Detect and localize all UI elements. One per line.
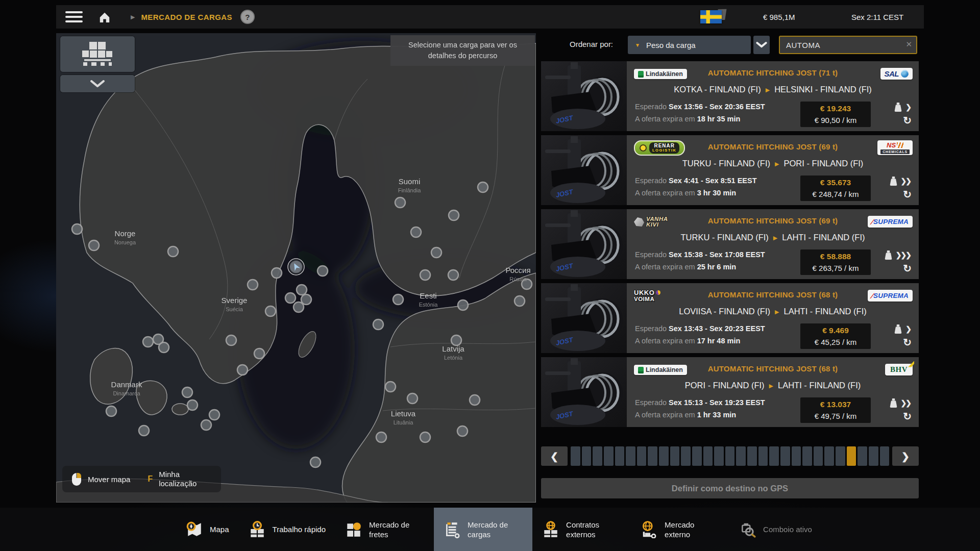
city-marker[interactable] — [376, 432, 386, 442]
sort-dropdown[interactable]: ▼ Peso da carga — [628, 36, 751, 54]
page-tick[interactable] — [604, 446, 614, 466]
page-tick[interactable] — [582, 446, 592, 466]
city-marker[interactable] — [265, 306, 276, 316]
clear-search-icon[interactable]: ✕ — [905, 40, 912, 49]
help-button[interactable]: ? — [240, 10, 255, 24]
page-tick[interactable] — [659, 446, 669, 466]
menu-icon[interactable] — [65, 11, 83, 22]
page-tick[interactable] — [725, 446, 735, 466]
page-tick[interactable] — [857, 446, 867, 466]
city-marker[interactable] — [159, 342, 169, 353]
city-marker[interactable] — [451, 335, 461, 345]
city-marker[interactable] — [317, 266, 328, 276]
page-tick[interactable] — [802, 446, 812, 466]
sort-expand-button[interactable] — [753, 36, 770, 54]
city-marker[interactable] — [514, 296, 525, 306]
mouse-icon — [71, 472, 82, 486]
my-location-label[interactable]: Minha localização — [159, 470, 212, 488]
page-tick[interactable] — [692, 446, 702, 466]
page-tick[interactable] — [814, 446, 823, 466]
city-marker[interactable] — [72, 224, 82, 234]
city-marker[interactable] — [187, 400, 198, 410]
city-marker[interactable] — [237, 365, 248, 375]
page-tick[interactable] — [593, 446, 602, 466]
city-marker[interactable] — [470, 395, 480, 405]
page-tick[interactable] — [780, 446, 790, 466]
page-tick[interactable] — [626, 446, 635, 466]
page-tick[interactable] — [758, 446, 768, 466]
city-marker[interactable] — [310, 457, 321, 467]
page-tick[interactable] — [880, 446, 890, 466]
city-marker[interactable] — [457, 426, 468, 436]
city-marker[interactable] — [297, 285, 307, 295]
external-contracts-icon — [542, 521, 559, 538]
city-marker[interactable] — [448, 270, 458, 280]
route-arrow-icon: ▶ — [775, 309, 779, 315]
page-tick[interactable] — [703, 446, 713, 466]
page-tick[interactable] — [836, 446, 845, 466]
player-position-marker[interactable] — [288, 259, 304, 275]
page-tick[interactable] — [571, 446, 580, 466]
city-marker[interactable] — [478, 182, 488, 192]
home-button[interactable] — [98, 11, 111, 23]
tab-contratos-externos[interactable]: Contratos externos — [532, 508, 631, 551]
city-marker[interactable] — [407, 393, 418, 404]
set-gps-destination-button[interactable]: Definir como destino no GPS — [541, 478, 919, 498]
page-tick[interactable] — [869, 446, 878, 466]
city-marker[interactable] — [420, 432, 430, 442]
city-marker[interactable] — [139, 425, 149, 436]
city-marker[interactable] — [182, 387, 192, 397]
page-tick[interactable] — [648, 446, 657, 466]
city-marker[interactable] — [411, 227, 421, 237]
city-marker[interactable] — [395, 197, 405, 208]
tab-mercado-externo[interactable]: Mercado externo — [631, 508, 729, 551]
city-marker[interactable] — [226, 335, 236, 345]
city-marker[interactable] — [248, 280, 258, 290]
page-tick[interactable] — [681, 446, 691, 466]
city-marker[interactable] — [449, 210, 459, 220]
city-marker[interactable] — [106, 406, 116, 416]
city-marker[interactable] — [458, 300, 468, 310]
page-tick[interactable] — [792, 446, 801, 466]
tab-trabalho-rapido[interactable]: Trabalho rápido — [239, 508, 336, 551]
cargo-card[interactable]: Lindakäinen AUTOMATIC HITCHING JOST (68 … — [541, 357, 919, 427]
page-tick[interactable] — [769, 446, 779, 466]
city-marker[interactable] — [373, 319, 383, 330]
city-marker[interactable] — [168, 246, 178, 257]
cargo-card[interactable]: RENARLOGISTIK AUTOMATIC HITCHING JOST (6… — [541, 135, 919, 205]
city-marker[interactable] — [143, 337, 153, 347]
city-marker[interactable] — [201, 420, 211, 430]
page-tick[interactable] — [847, 446, 856, 466]
cargo-view-button[interactable] — [60, 36, 135, 72]
page-tick[interactable] — [736, 446, 746, 466]
cargo-card[interactable]: Lindakäinen AUTOMATIC HITCHING JOST (71 … — [541, 61, 919, 131]
city-marker[interactable] — [301, 294, 311, 305]
page-tick[interactable] — [824, 446, 834, 466]
city-marker[interactable] — [385, 382, 396, 392]
page-tick[interactable] — [714, 446, 724, 466]
map-canvas[interactable]: NorgeNoruegaSverigeSuéciaSuomiFinlândiaE… — [56, 33, 536, 503]
page-tick[interactable] — [670, 446, 680, 466]
city-marker[interactable] — [285, 293, 296, 303]
cargo-card[interactable]: UKKOVOIMA AUTOMATIC HITCHING JOST (68 t)… — [541, 283, 919, 353]
tab-mercado-de-cargas[interactable]: Mercado de cargas — [434, 508, 532, 551]
prev-page-button[interactable]: ❮ — [541, 446, 568, 466]
city-marker[interactable] — [254, 348, 264, 359]
page-tick[interactable] — [747, 446, 757, 466]
page-tick[interactable] — [615, 446, 625, 466]
city-marker[interactable] — [393, 294, 403, 305]
city-marker[interactable] — [420, 270, 430, 280]
next-page-button[interactable]: ❯ — [892, 446, 919, 466]
search-input[interactable] — [780, 37, 916, 53]
tab-mercado-de-fretes[interactable]: Mercado de fretes — [335, 508, 434, 551]
collapse-button[interactable] — [60, 75, 135, 92]
city-marker[interactable] — [89, 240, 99, 251]
city-marker[interactable] — [209, 410, 219, 420]
page-tick[interactable] — [637, 446, 647, 466]
tab-mapa[interactable]: Mapa — [176, 508, 239, 551]
tab-comboio-ativo[interactable]: Comboio ativo — [729, 508, 822, 551]
city-marker[interactable] — [272, 268, 282, 278]
city-marker[interactable] — [293, 302, 304, 312]
city-marker[interactable] — [431, 247, 442, 258]
cargo-card[interactable]: VANHAKIVI AUTOMATIC HITCHING JOST (69 t)… — [541, 209, 919, 279]
